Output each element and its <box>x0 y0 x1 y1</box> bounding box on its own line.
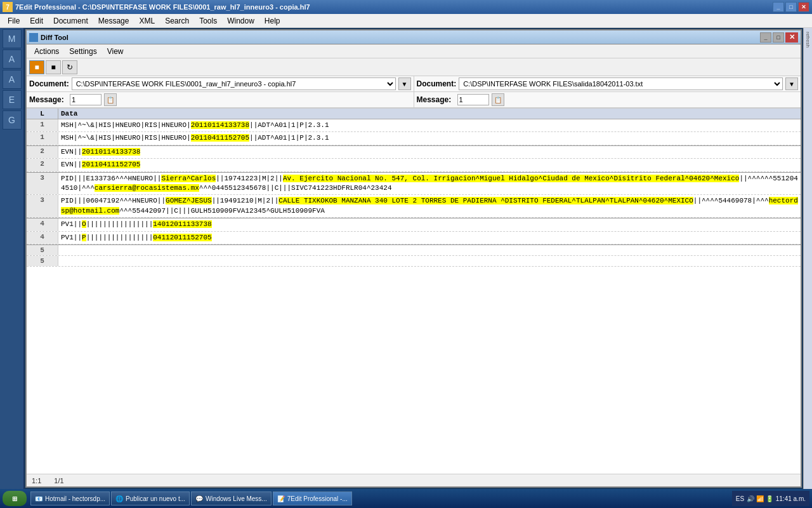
msg-browse-left[interactable]: 📋 <box>104 93 117 106</box>
highlighted-text: carsierra@rocasistemas.mx <box>95 184 199 192</box>
toolbar-btn-gray[interactable]: ■ <box>46 60 61 74</box>
diff-menu-bar: Actions Settings View <box>27 44 801 58</box>
line-number: 2 <box>27 146 58 158</box>
diff-menu-view[interactable]: View <box>102 46 129 57</box>
diff-maximize-btn[interactable]: □ <box>773 32 784 43</box>
taskbar-items: 📧 Hotmail - hectorsdp... 🌐 Publicar un n… <box>30 491 731 505</box>
line-number: 1 <box>27 119 58 131</box>
diff-tool-title: Diff Tool <box>41 34 760 41</box>
diff-content-area: L Data 1MSH|^~\&|HIS|HNEURO|RIS|HNEURO|2… <box>27 109 801 474</box>
sidebar-icon-4[interactable]: E <box>3 90 22 109</box>
status-right: 1/1 <box>54 477 63 485</box>
line-number: 3 <box>27 173 58 195</box>
diff-row: 2EVN||20110411152705 <box>27 159 801 171</box>
win-taskbar: ⊞ 📧 Hotmail - hectorsdp... 🌐 Publicar un… <box>0 489 812 508</box>
msg-input-left[interactable] <box>70 94 102 105</box>
main-menu-bar: File Edit Document Message XML Search To… <box>0 14 812 28</box>
msg-row-right: Message: 📋 <box>414 92 801 108</box>
diff-cell <box>58 256 801 266</box>
highlighted-text: 20110411152705 <box>191 134 249 142</box>
highlighted-text: 20110114133738 <box>82 148 140 156</box>
diff-row: 1MSH|^~\&|HIS|HNEURO|RIS|HNEURO|20110411… <box>27 132 801 145</box>
left-sidebar: M A A E G <box>0 28 24 489</box>
msg-label-right: Message: <box>417 95 455 104</box>
highlighted-text: Av. Ejercito Nacional No. 547, Col. Irri… <box>283 175 740 182</box>
doc-section-left: Document: C:\DSP\INTERFASE WORK FILES\00… <box>27 76 414 108</box>
doc-row-left: Document: C:\DSP\INTERFASE WORK FILES\00… <box>27 76 414 92</box>
msg-label-left: Message: <box>29 95 67 104</box>
diff-body: 1MSH|^~\&|HIS|HNEURO|RIS|HNEURO|20110114… <box>27 119 801 474</box>
line-number: 4 <box>27 232 58 244</box>
diff-minimize-btn[interactable]: _ <box>760 32 771 43</box>
taskbar-item-1[interactable]: 🌐 Publicar un nuevo t... <box>111 491 190 505</box>
maximize-button[interactable]: □ <box>785 2 797 12</box>
msg-input-right[interactable] <box>457 94 489 105</box>
diff-close-btn[interactable]: ✕ <box>785 32 798 43</box>
doc-browse-right[interactable]: ▼ <box>785 77 798 90</box>
app-title-bar: 7 7Edit Professional - C:\DSP\INTERFASE … <box>0 0 812 14</box>
menu-search[interactable]: Search <box>160 15 194 27</box>
sidebar-icon-5[interactable]: G <box>3 110 22 130</box>
status-bar: 1:1 1/1 <box>27 474 801 486</box>
highlighted-text: 20110411152705 <box>82 161 140 168</box>
diff-title-bar: Diff Tool _ □ ✕ <box>27 30 801 44</box>
sidebar-icon-3[interactable]: A <box>3 70 22 89</box>
menu-tools[interactable]: Tools <box>194 15 222 27</box>
taskbar-item-3[interactable]: 📝 7Edit Professional -... <box>273 491 352 505</box>
msg-row-left: Message: 📋 <box>27 92 414 108</box>
right-sidebar: refresh <box>803 28 812 489</box>
diff-cell: PV1||P||||||||||||||||04112011152705 <box>58 232 801 244</box>
doc-label-left: Document: <box>29 79 69 88</box>
doc-section-right: Document: C:\DSP\INTERFASE WORK FILES\sa… <box>414 76 801 108</box>
line-number: 5 <box>27 245 58 255</box>
diff-tool-window: Diff Tool _ □ ✕ Actions Settings View ■ … <box>25 29 802 488</box>
locale-indicator: ES <box>736 495 744 502</box>
line-number: 5 <box>27 256 58 266</box>
window-controls: _ □ ✕ <box>773 2 809 12</box>
menu-document[interactable]: Document <box>48 15 93 27</box>
diff-row: 5 <box>27 256 801 267</box>
document-section: Document: C:\DSP\INTERFASE WORK FILES\00… <box>27 76 801 109</box>
msg-browse-right[interactable]: 📋 <box>492 93 504 106</box>
diff-row: 1MSH|^~\&|HIS|HNEURO|RIS|HNEURO|20110114… <box>27 119 801 132</box>
doc-browse-left[interactable]: ▼ <box>398 77 411 90</box>
line-number: 4 <box>27 218 58 231</box>
start-button[interactable]: ⊞ <box>3 491 27 506</box>
taskbar-item-0[interactable]: 📧 Hotmail - hectorsdp... <box>30 491 110 505</box>
taskbar-item-2[interactable]: 💬 Windows Live Mess... <box>191 491 272 505</box>
right-refresh-btn[interactable]: refresh <box>805 32 811 48</box>
diff-cell <box>58 245 801 255</box>
diff-toolbar: ■ ■ ↻ <box>27 58 801 76</box>
clock: 11:41 a.m. <box>776 495 806 502</box>
tray-icons: 🔊 📶 🔋 <box>747 495 773 502</box>
minimize-button[interactable]: _ <box>773 2 784 12</box>
app-title: 7Edit Professional - C:\DSP\INTERFASE WO… <box>15 3 773 11</box>
doc-row-right: Document: C:\DSP\INTERFASE WORK FILES\sa… <box>414 76 801 92</box>
menu-message[interactable]: Message <box>93 15 134 27</box>
diff-row: 5 <box>27 245 801 256</box>
diff-cell: PV1||O||||||||||||||||14012011133738 <box>58 218 801 231</box>
col-header-l: L <box>27 109 58 119</box>
diff-menu-settings[interactable]: Settings <box>64 46 102 57</box>
line-number: 1 <box>27 132 58 144</box>
menu-help[interactable]: Help <box>259 15 285 27</box>
diff-tool-icon <box>29 33 38 42</box>
toolbar-btn-refresh[interactable]: ↻ <box>62 60 77 74</box>
menu-edit[interactable]: Edit <box>25 15 48 27</box>
menu-xml[interactable]: XML <box>134 15 160 27</box>
sidebar-icon-2[interactable]: A <box>3 50 22 69</box>
menu-file[interactable]: File <box>3 15 25 27</box>
diff-row: 4PV1||P||||||||||||||||04112011152705 <box>27 232 801 244</box>
highlighted-text: 04112011152705 <box>153 234 211 241</box>
diff-cell: PID|||E133736^^^HNEURO||Sierra^Carlos||1… <box>58 173 801 195</box>
tray-area: ES 🔊 📶 🔋 11:41 a.m. <box>732 491 809 506</box>
doc-select-right[interactable]: C:\DSP\INTERFASE WORK FILES\salida180420… <box>459 77 783 90</box>
diff-menu-actions[interactable]: Actions <box>29 46 64 57</box>
toolbar-btn-orange[interactable]: ■ <box>29 60 44 74</box>
menu-window[interactable]: Window <box>222 15 259 27</box>
sidebar-icon-1[interactable]: M <box>3 29 22 48</box>
doc-select-left[interactable]: C:\DSP\INTERFASE WORK FILES\0001_raw_hl7… <box>72 77 396 90</box>
close-button[interactable]: ✕ <box>798 2 809 12</box>
line-number: 2 <box>27 159 58 171</box>
diff-cell: MSH|^~\&|HIS|HNEURO|RIS|HNEURO|201101141… <box>58 119 801 131</box>
